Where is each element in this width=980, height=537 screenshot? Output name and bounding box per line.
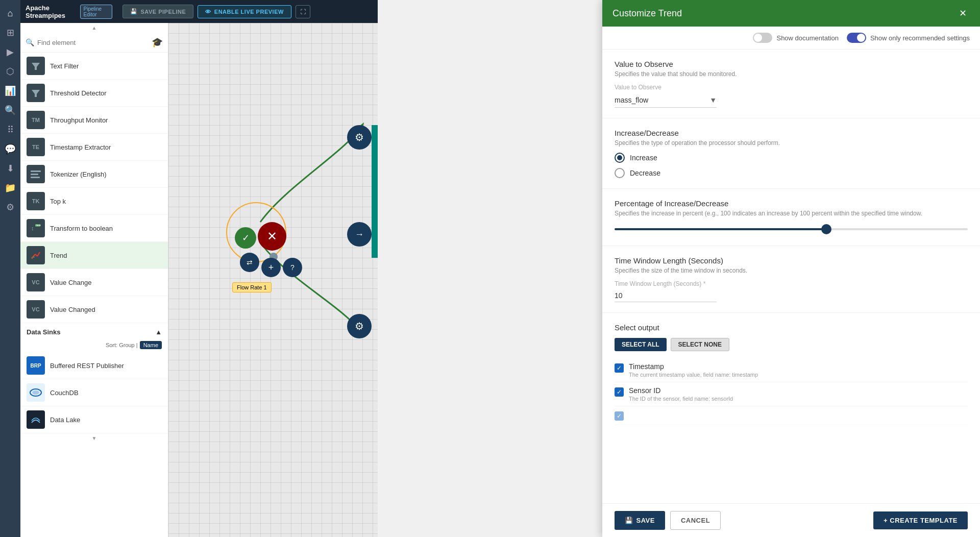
svg-marker-1 [32,90,40,97]
sidebar-icon-chart[interactable]: 📊 [1,82,19,100]
timestamp-name: Timestamp [629,362,968,371]
action-node-plus[interactable]: + [261,258,281,277]
data-sinks-header: Data Sinks ▲ [20,323,168,339]
select-output-section: Select output SELECT ALL SELECT NONE ✓ T… [602,313,980,435]
save-button[interactable]: 💾 SAVE [615,511,665,530]
timestamp-checkbox[interactable]: ✓ [615,363,624,373]
svg-rect-2 [31,170,41,172]
panel-content: Value to Observe Specifies the value tha… [602,50,980,503]
dropdown-value: mass_flow [615,96,709,104]
action-node-question[interactable]: ? [283,258,302,277]
threshold-detector-label: Threshold Detector [50,89,107,97]
sidebar-icon-message[interactable]: 💬 [1,140,19,158]
time-window-input[interactable] [615,289,717,302]
search-input[interactable] [37,39,149,46]
processing-elements-list: Text Filter Threshold Detector TM Throug… [20,53,168,323]
slider-thumb[interactable] [821,224,831,234]
customize-trend-panel: Customize Trend ✕ Show documentation Sho… [602,0,980,537]
select-btns: SELECT ALL SELECT NONE [615,338,968,351]
gear-node-bottom[interactable]: ⚙ [347,314,372,338]
list-item[interactable]: VC Value Changed [20,296,168,323]
list-item[interactable]: Tokenizer (English) [20,161,168,188]
teal-bar [372,125,378,258]
cancel-button[interactable]: CANCEL [670,511,721,530]
save-icon: 💾 [130,8,138,15]
eye-icon: 👁 [205,9,211,15]
gear-node-top[interactable]: ⚙ [347,125,372,150]
list-item[interactable]: TM Throughput Monitor [20,107,168,134]
radio-increase[interactable]: Increase [615,153,968,163]
list-item[interactable]: TK Top k [20,188,168,215]
select-output-title: Select output [615,323,968,332]
select-all-button[interactable]: SELECT ALL [615,338,667,351]
select-none-button[interactable]: SELECT NONE [671,338,729,351]
radio-inner-increase [617,155,622,160]
scroll-down[interactable]: ▼ [20,433,168,443]
sidebar-icon-download[interactable]: ⬇ [1,159,19,178]
sidebar-icon-home[interactable]: ⌂ [1,4,19,22]
list-item[interactable]: BRP Buffered REST Publisher [20,352,168,379]
increase-decrease-desc: Specifies the type of operation the proc… [615,139,968,147]
panel-header: Customize Trend ✕ [602,0,980,27]
action-node-left[interactable]: ⇄ [240,253,259,272]
list-item[interactable]: Data Lake [20,406,168,433]
scroll-up[interactable]: ▲ [20,23,168,33]
radio-decrease[interactable]: Decrease [615,168,968,178]
list-item[interactable]: Text Filter [20,53,168,80]
percentage-title: Percentage of Increase/Decrease [615,199,968,208]
show-recommended-toggle[interactable] [847,33,866,43]
chevron-down-icon: ▼ [709,96,717,104]
value-change-icon: VC [27,273,45,291]
sidebar-icon-grid[interactable]: ⊞ [1,23,19,42]
output-item-partial: ✓ [615,406,968,425]
sort-name-active[interactable]: Name [140,341,162,349]
couchdb-label: CouchDB [50,389,79,397]
sidebar-icon-dots[interactable]: ⠿ [1,120,19,139]
sensorid-name: Sensor ID [629,386,968,395]
sidebar-icon-plugin[interactable]: ⬡ [1,62,19,81]
close-button[interactable]: ✕ [955,6,970,20]
list-item[interactable]: VC Value Change [20,269,168,296]
list-item[interactable]: CouchDB [20,379,168,406]
svg-text:new: new [36,224,41,227]
save-pipeline-button[interactable]: 💾 SAVE PIPELINE [122,5,193,18]
list-item[interactable]: ↕new Transform to boolean [20,215,168,242]
sensorid-desc: The ID of the sensor, field name: sensor… [629,396,968,402]
buffered-rest-label: Buffered REST Publisher [50,362,124,370]
text-filter-label: Text Filter [50,62,79,70]
tokenizer-label: Tokenizer (English) [50,170,107,178]
check-node[interactable]: ✓ [235,227,256,249]
enable-live-preview-button[interactable]: 👁 ENABLE LIVE PREVIEW [198,5,291,18]
list-item[interactable]: TE Timestamp Extractor [20,134,168,161]
output-item-sensorid: ✓ Sensor ID The ID of the sensor, field … [615,382,968,406]
arrow-node-mid[interactable]: → [347,222,372,247]
expand-button[interactable]: ⛶ [296,5,311,18]
collapse-icon[interactable]: ▲ [155,328,162,336]
list-item[interactable]: Threshold Detector [20,80,168,107]
sensorid-checkbox[interactable]: ✓ [615,387,624,397]
create-template-button[interactable]: + CREATE TEMPLATE [873,511,968,529]
topk-icon: TK [27,192,45,210]
value-to-observe-dropdown[interactable]: mass_flow ▼ [615,93,717,108]
time-window-section: Time Window Length (Seconds) Specifies t… [602,246,980,313]
value-to-observe-desc: Specifies the value that should be monit… [615,70,968,78]
transform-icon: ↕new [27,219,45,237]
value-to-observe-title: Value to Observe [615,60,968,68]
list-item[interactable]: Trend [20,242,168,269]
sidebar-icon-folder[interactable]: 📁 [1,179,19,197]
time-window-title: Time Window Length (Seconds) [615,256,968,265]
percentage-desc: Specifies the increase in percent (e.g.,… [615,210,968,217]
sidebar-icon-search[interactable]: 🔍 [1,101,19,119]
panel-title: Customize Trend [612,8,682,19]
main-node[interactable]: ✕ [258,222,286,251]
element-panel: ▲ 🔍 🎓 Text Filter Threshold Detector TM … [20,23,168,537]
partial-checkbox[interactable]: ✓ [615,411,624,421]
timestamp-desc: The current timestamp value, field name:… [629,372,968,378]
svg-text:↕: ↕ [31,225,34,231]
student-icon: 🎓 [152,37,163,48]
show-recommended-label: Show only recommended settings [870,34,970,42]
show-documentation-toggle[interactable] [753,33,772,43]
svg-rect-4 [31,177,40,178]
sidebar-icon-play[interactable]: ▶ [1,43,19,61]
sidebar-icon-settings[interactable]: ⚙ [1,198,19,216]
